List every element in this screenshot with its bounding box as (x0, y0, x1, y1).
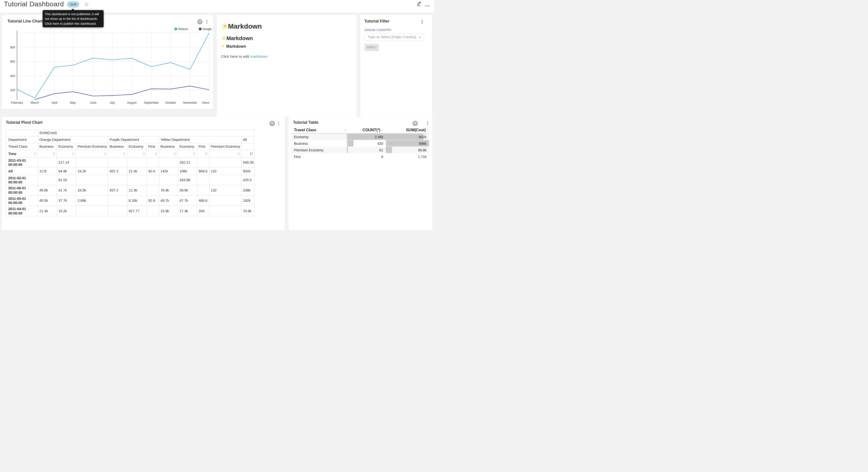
svg-text:May: May (70, 101, 76, 105)
svg-text:March: March (30, 101, 39, 105)
svg-text:August: August (127, 101, 136, 105)
svg-text:February: February (11, 101, 23, 105)
svg-text:June: June (90, 101, 96, 105)
svg-text:800: 800 (10, 46, 15, 49)
svg-text:400: 400 (10, 75, 15, 78)
svg-text:Return: Return (178, 27, 188, 31)
svg-text:July: July (109, 101, 115, 105)
svg-text:Dece: Dece (202, 101, 209, 105)
svg-text:Single: Single (203, 27, 212, 31)
svg-text:April: April (51, 101, 57, 105)
svg-text:October: October (165, 101, 176, 105)
svg-text:600: 600 (10, 60, 15, 63)
svg-text:November: November (183, 101, 197, 105)
svg-text:200: 200 (10, 89, 15, 92)
svg-text:September: September (144, 101, 159, 105)
